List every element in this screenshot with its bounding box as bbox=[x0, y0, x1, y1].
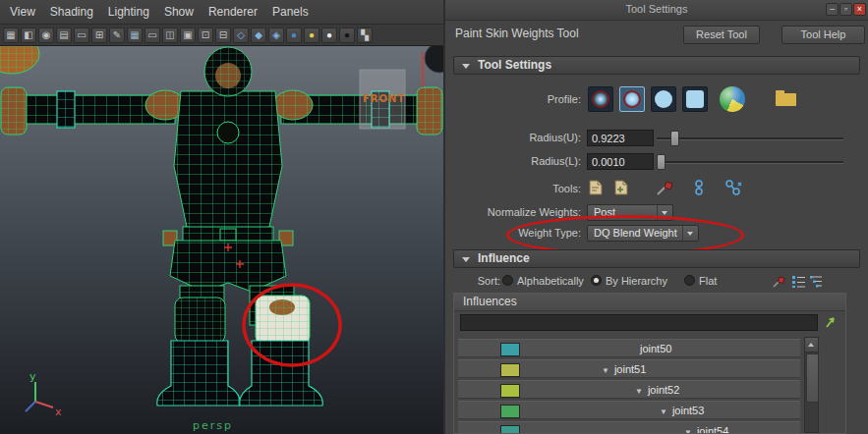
radius-l-label: Radius(L): bbox=[445, 152, 581, 170]
brush-profile-square-icon[interactable] bbox=[682, 86, 708, 112]
joint-row[interactable]: ▼joint51 bbox=[458, 359, 800, 378]
radius-u-field[interactable] bbox=[587, 130, 654, 146]
viewport-canvas[interactable]: FRONT y x persp bbox=[0, 46, 443, 434]
joint-row[interactable]: joint50 bbox=[458, 339, 800, 357]
joint-row[interactable]: ▼joint52 bbox=[458, 380, 800, 399]
radius-u-slider-handle[interactable] bbox=[670, 131, 679, 146]
brush-ring bbox=[623, 90, 641, 108]
menu-show[interactable]: Show bbox=[164, 5, 194, 19]
gate-mask-icon[interactable]: ▣ bbox=[180, 27, 196, 43]
sort-label: Sort: bbox=[463, 273, 500, 289]
chevron-down-icon[interactable] bbox=[657, 205, 672, 220]
joint-color-swatch[interactable] bbox=[500, 384, 520, 398]
pan-zoom-icon[interactable]: ⊞ bbox=[91, 27, 107, 43]
list-view-icon[interactable] bbox=[791, 274, 806, 291]
minimize-button[interactable]: – bbox=[826, 3, 839, 16]
brush-profile-medium-icon[interactable] bbox=[619, 86, 645, 112]
front-label: FRONT bbox=[363, 93, 405, 104]
sort-alphabetically-label[interactable]: Alphabetically bbox=[517, 273, 584, 289]
lighting-sphere-icon[interactable]: ● bbox=[304, 27, 319, 43]
influence-section-header[interactable]: Influence bbox=[453, 249, 860, 268]
joint-color-swatch[interactable] bbox=[500, 405, 520, 418]
show-influence-icon[interactable] bbox=[723, 179, 743, 198]
camera-lock-icon[interactable]: ◧ bbox=[21, 27, 36, 43]
influences-header[interactable]: Influences bbox=[454, 294, 845, 311]
chevron-down-icon[interactable] bbox=[682, 226, 698, 241]
tree-view-icon[interactable] bbox=[809, 274, 824, 291]
joint-row[interactable]: ▼joint53 bbox=[458, 401, 800, 419]
texture-checker-icon[interactable]: ▚ bbox=[357, 27, 373, 43]
sort-flat-radio[interactable] bbox=[684, 275, 695, 286]
grease-pencil-icon[interactable]: ✎ bbox=[109, 27, 125, 43]
close-button[interactable]: × bbox=[853, 3, 866, 16]
radius-l-row: Radius(L): bbox=[445, 152, 868, 170]
color-ramp-sphere-icon[interactable] bbox=[720, 86, 745, 112]
sort-row: Sort: Alphabetically By Hierarchy Flat bbox=[445, 273, 868, 289]
panel-title: Tool Settings bbox=[626, 3, 688, 15]
resolution-gate-icon[interactable]: ◫ bbox=[162, 27, 178, 43]
radius-u-label: Radius(U): bbox=[445, 129, 581, 146]
radius-u-slider-track[interactable] bbox=[657, 137, 843, 140]
paint-refresh-icon[interactable] bbox=[772, 274, 786, 291]
radius-l-slider-handle[interactable] bbox=[657, 154, 665, 170]
film-gate-icon[interactable]: ▭ bbox=[145, 27, 160, 43]
brush-profile-solid-icon[interactable] bbox=[651, 86, 676, 112]
weight-hammer-brush-icon[interactable] bbox=[655, 179, 676, 198]
tool-help-button[interactable]: Tool Help bbox=[781, 26, 865, 44]
sort-by-hierarchy-label[interactable]: By Hierarchy bbox=[606, 273, 667, 289]
browse-profile-folder-icon[interactable] bbox=[776, 93, 796, 106]
brush-profile-soft-icon[interactable] bbox=[588, 86, 613, 112]
normalize-weights-dropdown[interactable]: Post bbox=[587, 204, 673, 221]
section-title: Influence bbox=[478, 251, 530, 265]
scrollbar-thumb[interactable] bbox=[806, 353, 819, 403]
menu-lighting[interactable]: Lighting bbox=[108, 5, 149, 19]
paste-weights-icon[interactable] bbox=[612, 179, 630, 198]
select-filter-arrow-icon[interactable] bbox=[824, 315, 838, 331]
copy-weights-icon[interactable] bbox=[587, 179, 605, 198]
field-chart-icon[interactable]: ⊡ bbox=[198, 27, 213, 43]
maximize-button[interactable]: ▫ bbox=[839, 3, 852, 16]
grid-icon[interactable]: ▦ bbox=[127, 27, 143, 43]
camera-select-icon[interactable]: ▦ bbox=[3, 27, 19, 43]
radius-l-field[interactable] bbox=[587, 153, 654, 170]
joint-color-swatch[interactable] bbox=[500, 425, 520, 434]
menu-shading[interactable]: Shading bbox=[50, 5, 93, 19]
move-influences-icon[interactable] bbox=[691, 179, 707, 198]
joint-name: joint54 bbox=[697, 425, 728, 434]
joint-color-swatch[interactable] bbox=[500, 343, 520, 356]
expand-icon[interactable]: ▼ bbox=[660, 407, 667, 416]
sort-alphabetically-radio[interactable] bbox=[502, 275, 513, 286]
influence-search-input[interactable] bbox=[460, 314, 818, 331]
sort-by-hierarchy-radio[interactable] bbox=[591, 275, 602, 286]
weight-type-dropdown[interactable]: DQ Blend Weight bbox=[587, 225, 699, 242]
expand-icon[interactable]: ▼ bbox=[684, 428, 692, 434]
safe-action-icon[interactable]: ⊟ bbox=[215, 27, 231, 43]
joint-name: joint52 bbox=[648, 384, 679, 396]
panel-titlebar[interactable]: Tool Settings – ▫ × bbox=[445, 0, 868, 21]
menu-panels[interactable]: Panels bbox=[272, 5, 309, 19]
white-sphere-icon[interactable]: ● bbox=[321, 27, 337, 43]
bookmark-icon[interactable]: ▤ bbox=[56, 27, 72, 43]
expand-icon[interactable]: ▼ bbox=[602, 366, 609, 375]
expand-icon[interactable]: ▼ bbox=[635, 387, 643, 396]
joint-color-swatch[interactable] bbox=[500, 363, 520, 377]
textured-cube-icon[interactable]: ◈ bbox=[268, 27, 284, 43]
axis-x-label: x bbox=[55, 406, 62, 418]
influences-scrollbar[interactable] bbox=[804, 337, 819, 433]
sort-flat-label[interactable]: Flat bbox=[699, 273, 717, 289]
tool-settings-section-header[interactable]: Tool Settings bbox=[453, 56, 860, 75]
default-material-icon[interactable]: ● bbox=[286, 27, 302, 43]
reset-tool-button[interactable]: Reset Tool bbox=[683, 26, 760, 44]
radius-l-slider-track[interactable] bbox=[657, 161, 843, 164]
menu-renderer[interactable]: Renderer bbox=[208, 5, 258, 19]
scroll-up-button[interactable] bbox=[805, 338, 818, 353]
shaded-cube-icon[interactable]: ◆ bbox=[251, 27, 266, 43]
wireframe-cube-icon[interactable]: ◇ bbox=[233, 27, 249, 43]
black-sphere-icon[interactable]: ● bbox=[339, 27, 355, 43]
joint-name: joint50 bbox=[640, 343, 671, 354]
camera-attrs-icon[interactable]: ◉ bbox=[38, 27, 54, 43]
image-plane-icon[interactable]: ▭ bbox=[74, 27, 89, 43]
menu-view[interactable]: View bbox=[10, 5, 35, 19]
dropdown-value: Post bbox=[594, 205, 615, 220]
joint-row[interactable]: ▼joint54 bbox=[458, 421, 800, 434]
